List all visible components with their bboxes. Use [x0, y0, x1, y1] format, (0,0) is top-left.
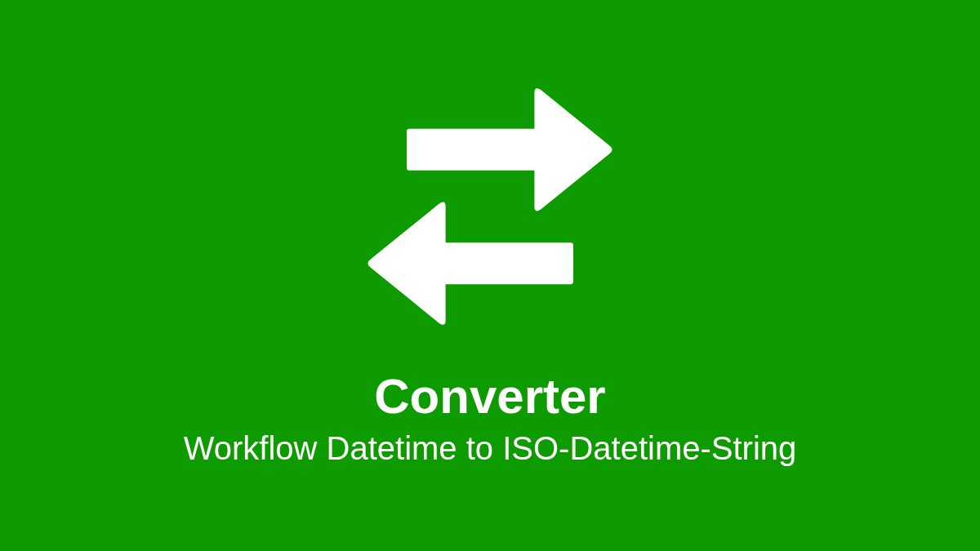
- exchange-arrows-icon: [351, 68, 629, 345]
- card-title: Converter: [374, 370, 605, 424]
- svg-rect-0: [407, 128, 546, 170]
- svg-rect-1: [434, 242, 573, 284]
- card-subtitle: Workflow Datetime to ISO-Datetime-String: [184, 429, 797, 468]
